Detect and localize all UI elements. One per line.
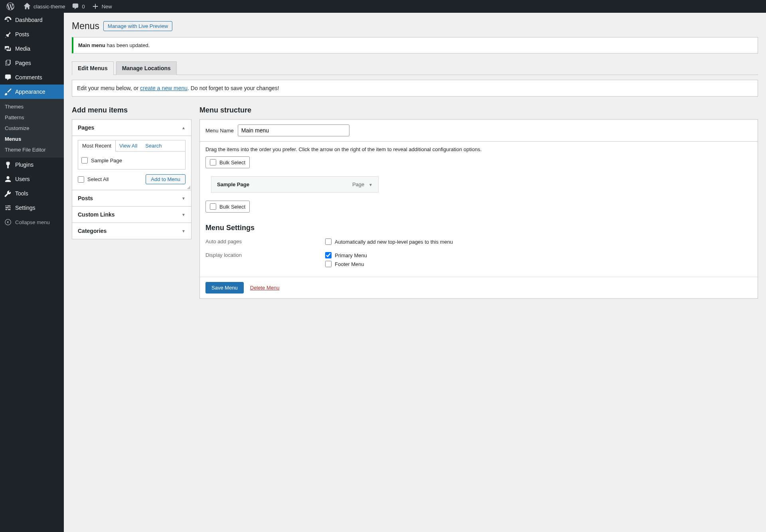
subtab-search[interactable]: Search bbox=[141, 140, 166, 151]
primary-menu-option[interactable]: Primary Menu bbox=[325, 252, 367, 258]
submenu-themes[interactable]: Themes bbox=[0, 101, 64, 112]
menu-item[interactable]: Sample Page Page ▼ bbox=[211, 176, 379, 193]
live-preview-button[interactable]: Manage with Live Preview bbox=[103, 21, 172, 31]
dashboard-icon bbox=[4, 16, 12, 24]
footer-menu-option[interactable]: Footer Menu bbox=[325, 261, 367, 267]
bulk-checkbox[interactable] bbox=[210, 159, 216, 166]
pages-metabox: Pages ▲ Most Recent View All Search S bbox=[72, 119, 192, 239]
hint-pre: Edit your menu below, or bbox=[77, 85, 140, 91]
appearance-submenu: Themes Patterns Customize Menus Theme Fi… bbox=[0, 99, 64, 158]
menu-item-type: Page bbox=[352, 181, 364, 187]
submenu-menus[interactable]: Menus bbox=[0, 134, 64, 144]
sidebar-label: Comments bbox=[15, 74, 42, 81]
auto-add-option[interactable]: Automatically add new top-level pages to… bbox=[325, 238, 453, 245]
hint-box: Edit your menu below, or create a new me… bbox=[72, 80, 758, 97]
sliders-icon bbox=[4, 204, 12, 212]
comments-count: 0 bbox=[82, 4, 85, 10]
caret-down-icon: ▼ bbox=[182, 213, 186, 217]
caret-down-icon: ▼ bbox=[369, 183, 373, 187]
footer-menu-text: Footer Menu bbox=[335, 261, 364, 267]
bulk-checkbox[interactable] bbox=[210, 203, 216, 210]
collapse-icon bbox=[4, 218, 12, 226]
add-to-menu-button[interactable]: Add to Menu bbox=[146, 174, 186, 184]
media-icon bbox=[4, 45, 12, 53]
posts-toggle[interactable]: Posts ▼ bbox=[72, 190, 191, 206]
menu-item-title: Sample Page bbox=[217, 181, 249, 187]
sidebar-item-posts[interactable]: Posts bbox=[0, 27, 64, 41]
add-items-heading: Add menu items bbox=[72, 106, 192, 114]
hint-post: . Do not forget to save your changes! bbox=[188, 85, 279, 91]
nav-tabs: Edit Menus Manage Locations bbox=[72, 61, 758, 75]
pages-icon bbox=[4, 59, 12, 67]
categories-toggle[interactable]: Categories ▼ bbox=[72, 223, 191, 239]
auto-add-text: Automatically add new top-level pages to… bbox=[335, 239, 453, 245]
footer-menu-checkbox[interactable] bbox=[325, 261, 332, 267]
pages-checklist: Sample Page bbox=[78, 151, 186, 169]
success-notice: Main menu has been updated. bbox=[72, 37, 758, 53]
auto-add-checkbox[interactable] bbox=[325, 238, 332, 245]
sidebar-item-dashboard[interactable]: Dashboard bbox=[0, 13, 64, 27]
wp-logo[interactable] bbox=[3, 0, 20, 13]
save-menu-button[interactable]: Save Menu bbox=[205, 282, 244, 294]
subtab-recent[interactable]: Most Recent bbox=[78, 140, 116, 152]
select-all-checkbox[interactable] bbox=[78, 176, 84, 183]
comment-icon bbox=[71, 2, 79, 10]
sidebar-item-plugins[interactable]: Plugins bbox=[0, 158, 64, 172]
page-option-row[interactable]: Sample Page bbox=[81, 156, 182, 165]
tab-edit-menus[interactable]: Edit Menus bbox=[72, 61, 114, 75]
auto-add-label: Auto add pages bbox=[205, 238, 325, 244]
auto-add-row: Auto add pages Automatically add new top… bbox=[205, 236, 752, 250]
admin-sidebar: Dashboard Posts Media Pages Comments App… bbox=[0, 13, 64, 532]
sidebar-label: Users bbox=[15, 176, 30, 182]
sidebar-item-settings[interactable]: Settings bbox=[0, 201, 64, 215]
pages-subtabs: Most Recent View All Search bbox=[78, 140, 186, 151]
collapse-label: Collapse menu bbox=[15, 219, 50, 225]
bulk-select-bottom[interactable]: Bulk Select bbox=[205, 201, 250, 213]
display-location-label: Display location bbox=[205, 252, 325, 258]
custom-links-toggle[interactable]: Custom Links ▼ bbox=[72, 206, 191, 223]
custom-links-label: Custom Links bbox=[78, 211, 115, 218]
new-content-link[interactable]: New bbox=[88, 0, 115, 13]
sidebar-label: Plugins bbox=[15, 162, 34, 168]
caret-down-icon: ▼ bbox=[182, 196, 186, 201]
wrench-icon bbox=[4, 189, 12, 197]
sidebar-item-appearance[interactable]: Appearance bbox=[0, 85, 64, 99]
create-menu-link[interactable]: create a new menu bbox=[140, 85, 188, 91]
brush-icon bbox=[4, 88, 12, 96]
caret-up-icon: ▲ bbox=[182, 126, 186, 130]
collapse-menu[interactable]: Collapse menu bbox=[0, 215, 64, 229]
main-content: Menus Manage with Live Preview Main menu… bbox=[64, 13, 766, 532]
menu-name-label: Menu Name bbox=[205, 128, 234, 134]
home-icon bbox=[23, 2, 31, 10]
posts-label: Posts bbox=[78, 195, 93, 201]
sidebar-item-users[interactable]: Users bbox=[0, 172, 64, 186]
sidebar-item-media[interactable]: Media bbox=[0, 41, 64, 56]
delete-menu-link[interactable]: Delete Menu bbox=[250, 285, 280, 291]
primary-menu-checkbox[interactable] bbox=[325, 252, 332, 258]
notice-subject: Main menu bbox=[78, 42, 105, 48]
site-name-link[interactable]: classic-theme bbox=[20, 0, 68, 13]
bulk-select-top[interactable]: Bulk Select bbox=[205, 156, 250, 168]
subtab-viewall[interactable]: View All bbox=[115, 140, 141, 151]
plugin-icon bbox=[4, 161, 12, 169]
notice-text: has been updated. bbox=[105, 42, 150, 48]
menu-settings-heading: Menu Settings bbox=[205, 224, 752, 232]
sidebar-item-pages[interactable]: Pages bbox=[0, 56, 64, 70]
site-name: classic-theme bbox=[34, 4, 65, 10]
tab-manage-locations[interactable]: Manage Locations bbox=[116, 61, 177, 75]
submenu-patterns[interactable]: Patterns bbox=[0, 112, 64, 123]
menu-name-input[interactable] bbox=[238, 124, 349, 136]
sidebar-item-tools[interactable]: Tools bbox=[0, 186, 64, 201]
sidebar-item-comments[interactable]: Comments bbox=[0, 70, 64, 85]
sidebar-label: Appearance bbox=[15, 89, 45, 95]
page-checkbox[interactable] bbox=[81, 157, 88, 164]
submenu-customize[interactable]: Customize bbox=[0, 123, 64, 134]
comments-link[interactable]: 0 bbox=[68, 0, 88, 13]
pages-toggle[interactable]: Pages ▲ bbox=[72, 120, 191, 136]
instructions-text: Drag the items into the order you prefer… bbox=[205, 146, 752, 152]
menu-structure-box: Menu Name Drag the items into the order … bbox=[199, 119, 758, 299]
pages-label: Pages bbox=[78, 124, 94, 131]
submenu-theme-file-editor[interactable]: Theme File Editor bbox=[0, 144, 64, 155]
select-all-row[interactable]: Select All bbox=[78, 175, 109, 184]
new-label: New bbox=[102, 4, 112, 10]
